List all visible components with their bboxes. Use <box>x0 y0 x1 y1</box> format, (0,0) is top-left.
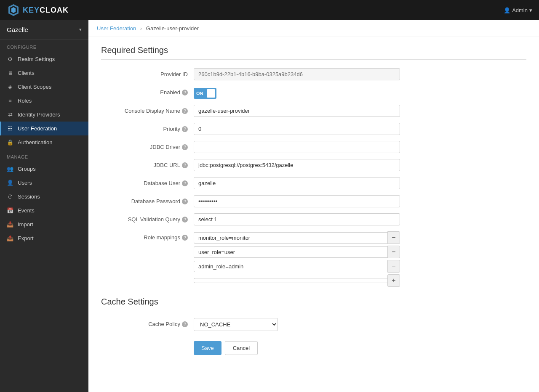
priority-control <box>194 123 400 135</box>
sidebar-item-label: Authentication <box>18 139 52 146</box>
realm-name: Gazelle <box>7 26 28 33</box>
database-user-row: Database User ? <box>101 177 526 189</box>
enabled-label: Enabled ? <box>101 86 194 95</box>
cancel-button[interactable]: Cancel <box>225 341 258 355</box>
user-menu[interactable]: 👤 Admin ▾ <box>504 7 532 13</box>
svg-marker-2 <box>11 7 16 13</box>
role-mapping-add-button[interactable]: + <box>387 274 400 287</box>
sidebar-item-identity-providers[interactable]: ⇄ Identity Providers <box>0 108 88 122</box>
jdbc-driver-control <box>194 141 400 153</box>
database-password-label: Database Password ? <box>101 195 194 204</box>
logo[interactable]: KEYCLOAK <box>7 3 69 17</box>
role-mapping-remove-2[interactable]: − <box>387 246 400 258</box>
authentication-icon: 🔒 <box>7 139 13 146</box>
jdbc-driver-input[interactable] <box>194 141 400 153</box>
sidebar-item-groups[interactable]: 👥 Groups <box>0 162 88 176</box>
sidebar-item-label: Realm Settings <box>18 56 55 62</box>
priority-help-icon[interactable]: ? <box>182 126 188 132</box>
sessions-icon: ⏱ <box>7 193 13 200</box>
identity-providers-icon: ⇄ <box>7 111 13 118</box>
role-mapping-input-3[interactable] <box>194 261 387 272</box>
topnav: KEYCLOAK 👤 Admin ▾ <box>0 0 539 20</box>
jdbc-url-help-icon[interactable]: ? <box>182 162 188 168</box>
jdbc-url-row: JDBC URL ? <box>101 159 526 171</box>
sidebar-item-users[interactable]: 👤 Users <box>0 176 88 190</box>
jdbc-url-control <box>194 159 400 171</box>
sidebar-item-export[interactable]: 📤 Export <box>0 231 88 245</box>
sidebar-item-realm-settings[interactable]: ⚙ Realm Settings <box>0 52 88 66</box>
role-mappings-help-icon[interactable]: ? <box>182 235 188 241</box>
cache-policy-help-icon[interactable]: ? <box>182 321 188 327</box>
database-password-help-icon[interactable]: ? <box>182 199 188 204</box>
content-area: Required Settings Provider ID Enabled ? <box>88 37 539 363</box>
database-user-input[interactable] <box>194 177 400 189</box>
cache-policy-select[interactable]: NO_CACHE DEFAULT EVICT_WEEKLY EVICT_DAIL… <box>194 318 278 331</box>
sidebar-item-user-federation[interactable]: ☷ User Federation <box>0 122 88 135</box>
priority-input[interactable] <box>194 123 400 135</box>
sidebar-item-label: Events <box>18 207 35 214</box>
role-mapping-remove-1[interactable]: − <box>387 231 400 244</box>
console-display-name-input[interactable] <box>194 105 400 117</box>
roles-icon: ≡ <box>7 98 13 104</box>
sidebar-item-label: Client Scopes <box>18 84 51 90</box>
enabled-help-icon[interactable]: ? <box>182 90 188 95</box>
jdbc-driver-label: JDBC Driver ? <box>101 141 194 150</box>
realm-chevron-icon: ▾ <box>79 27 82 32</box>
sidebar-item-label: Clients <box>18 70 35 76</box>
sidebar-item-label: Export <box>18 235 34 241</box>
breadcrumb: User Federation › Gazelle-user-provider <box>88 20 539 37</box>
sidebar-item-label: Identity Providers <box>18 111 60 118</box>
jdbc-url-input[interactable] <box>194 159 400 171</box>
jdbc-url-label: JDBC URL ? <box>101 159 194 168</box>
console-display-help-icon[interactable]: ? <box>182 108 188 114</box>
provider-id-label: Provider ID <box>101 68 194 77</box>
client-scopes-icon: ◈ <box>7 84 13 90</box>
role-mapping-input-1[interactable] <box>194 232 387 244</box>
sidebar-item-sessions[interactable]: ⏱ Sessions <box>0 190 88 204</box>
role-mapping-add-row: + <box>194 274 400 287</box>
groups-icon: 👥 <box>7 166 13 172</box>
sidebar-item-label: Users <box>18 180 32 186</box>
sql-validation-help-icon[interactable]: ? <box>182 217 188 222</box>
keycloak-logo-icon <box>7 3 20 17</box>
sidebar-item-client-scopes[interactable]: ◈ Client Scopes <box>0 80 88 94</box>
sql-validation-query-input[interactable] <box>194 213 400 225</box>
jdbc-driver-help-icon[interactable]: ? <box>182 144 188 150</box>
app-body: Gazelle ▾ Configure ⚙ Realm Settings 🖥 C… <box>0 20 539 392</box>
role-mappings-list: − − − + <box>194 231 400 287</box>
database-password-input[interactable] <box>194 195 400 207</box>
priority-row: Priority ? <box>101 123 526 135</box>
role-mapping-remove-3[interactable]: − <box>387 260 400 273</box>
sidebar-item-clients[interactable]: 🖥 Clients <box>0 66 88 80</box>
provider-id-control <box>194 68 400 80</box>
role-mapping-row-3: − <box>194 260 400 273</box>
cache-policy-row: Cache Policy ? NO_CACHE DEFAULT EVICT_WE… <box>101 318 526 331</box>
sidebar-item-events[interactable]: 📅 Events <box>0 204 88 217</box>
jdbc-driver-row: JDBC Driver ? <box>101 141 526 153</box>
realm-settings-icon: ⚙ <box>7 56 13 62</box>
role-mappings-control: − − − + <box>194 231 400 287</box>
sql-validation-query-control <box>194 213 400 225</box>
enabled-toggle[interactable]: ON <box>194 88 216 99</box>
role-mapping-input-2[interactable] <box>194 246 387 258</box>
console-display-name-label: Console Display Name ? <box>101 105 194 114</box>
sidebar-item-label: Import <box>18 221 33 228</box>
sidebar-item-import[interactable]: 📥 Import <box>0 217 88 231</box>
configure-section-label: Configure <box>0 40 88 52</box>
user-icon: 👤 <box>504 7 510 13</box>
breadcrumb-current: Gazelle-user-provider <box>146 25 199 32</box>
cache-policy-label: Cache Policy ? <box>101 318 194 327</box>
save-button[interactable]: Save <box>194 341 221 355</box>
user-chevron-icon: ▾ <box>529 7 532 13</box>
realm-selector[interactable]: Gazelle ▾ <box>0 20 88 40</box>
logo-text: KEYCLOAK <box>23 6 69 15</box>
required-settings-title: Required Settings <box>101 45 526 60</box>
role-mappings-label: Role mappings ? <box>101 231 194 241</box>
sidebar-item-label: Sessions <box>18 193 40 200</box>
sidebar-item-authentication[interactable]: 🔒 Authentication <box>0 135 88 149</box>
console-display-name-row: Console Display Name ? <box>101 105 526 117</box>
sidebar-item-roles[interactable]: ≡ Roles <box>0 94 88 108</box>
database-user-help-icon[interactable]: ? <box>182 180 188 186</box>
breadcrumb-parent[interactable]: User Federation <box>97 25 136 32</box>
priority-label: Priority ? <box>101 123 194 132</box>
